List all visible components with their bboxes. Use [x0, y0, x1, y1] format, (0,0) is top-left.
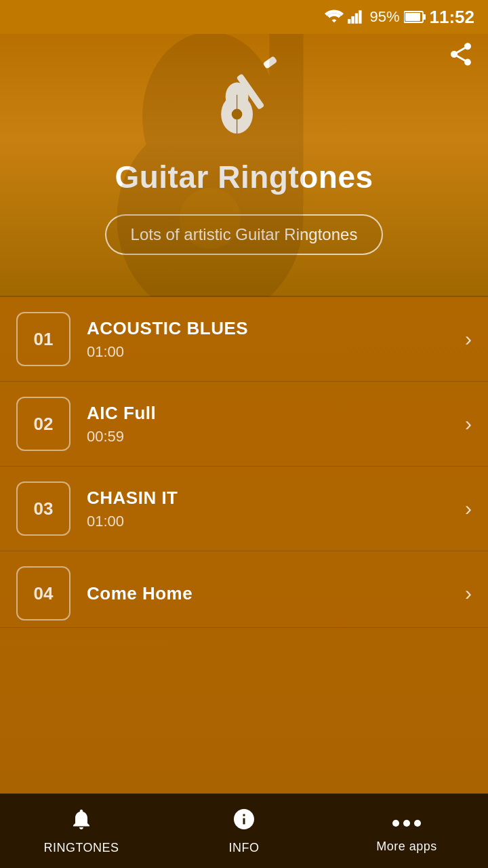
- nav-info-label: INFO: [229, 841, 260, 855]
- battery-level: 95%: [369, 8, 399, 26]
- song-duration-2: 00:59: [87, 428, 465, 446]
- share-button[interactable]: [447, 41, 474, 71]
- svg-rect-5: [405, 13, 420, 21]
- song-info-3: CHASIN IT 01:00: [70, 488, 465, 530]
- bell-icon: [69, 807, 94, 837]
- signal-icon: [348, 9, 365, 24]
- hero-section: Guitar Ringtones Lots of artistic Guitar…: [0, 34, 488, 297]
- song-name-3: CHASIN IT: [87, 488, 465, 509]
- song-info-4: Come Home: [70, 583, 465, 604]
- status-bar: 95% 11:52: [0, 0, 488, 34]
- bottom-nav: RINGTONES INFO More apps: [0, 793, 488, 868]
- svg-point-20: [414, 820, 421, 827]
- song-name-4: Come Home: [87, 583, 465, 604]
- svg-rect-1: [352, 16, 354, 24]
- svg-rect-3: [359, 10, 362, 24]
- chevron-icon-4: ›: [465, 582, 472, 605]
- chevron-icon-1: ›: [465, 328, 472, 351]
- song-number-4: 04: [16, 566, 70, 620]
- svg-point-18: [392, 820, 399, 827]
- svg-rect-2: [355, 14, 358, 24]
- song-item-3[interactable]: 03 CHASIN IT 01:00 ›: [0, 467, 488, 551]
- main-content: Guitar Ringtones Lots of artistic Guitar…: [0, 34, 488, 868]
- share-icon: [447, 41, 474, 68]
- nav-ringtones-label: RINGTONES: [43, 841, 119, 855]
- app-title: Guitar Ringtones: [115, 159, 373, 195]
- subtitle-pill: Lots of artistic Guitar Ringtones: [105, 214, 384, 255]
- info-icon: [232, 807, 256, 837]
- song-info-2: AIC Full 00:59: [70, 403, 465, 446]
- song-item-1[interactable]: 01 ACOUSTIC BLUES 01:00 ›: [0, 297, 488, 382]
- nav-more-label: More apps: [376, 840, 437, 854]
- song-list: 01 ACOUSTIC BLUES 01:00 › 02 AIC Full 00…: [0, 297, 488, 868]
- chevron-icon-3: ›: [465, 497, 472, 520]
- song-duration-3: 01:00: [87, 513, 465, 530]
- chevron-icon-2: ›: [465, 412, 472, 435]
- nav-ringtones[interactable]: RINGTONES: [0, 807, 163, 855]
- song-name-2: AIC Full: [87, 403, 465, 424]
- dots-icon: [392, 809, 422, 835]
- wifi-icon: [325, 9, 344, 24]
- guitar-icon: [200, 54, 288, 145]
- song-number-3: 03: [16, 481, 70, 536]
- svg-rect-10: [262, 56, 277, 69]
- song-item-2[interactable]: 02 AIC Full 00:59 ›: [0, 382, 488, 467]
- status-icons: 95% 11:52: [325, 7, 474, 28]
- song-info-1: ACOUSTIC BLUES 01:00: [70, 318, 465, 361]
- time-display: 11:52: [430, 7, 475, 28]
- song-number-2: 02: [16, 397, 70, 451]
- nav-info[interactable]: INFO: [163, 807, 325, 855]
- svg-point-19: [403, 820, 410, 827]
- song-item-4[interactable]: 04 Come Home ›: [0, 551, 488, 628]
- song-number-1: 01: [16, 312, 70, 366]
- nav-more[interactable]: More apps: [325, 809, 488, 854]
- svg-rect-0: [348, 19, 350, 24]
- battery-icon: [404, 10, 426, 24]
- song-duration-1: 01:00: [87, 343, 465, 361]
- svg-rect-6: [423, 14, 426, 20]
- song-name-1: ACOUSTIC BLUES: [87, 318, 465, 339]
